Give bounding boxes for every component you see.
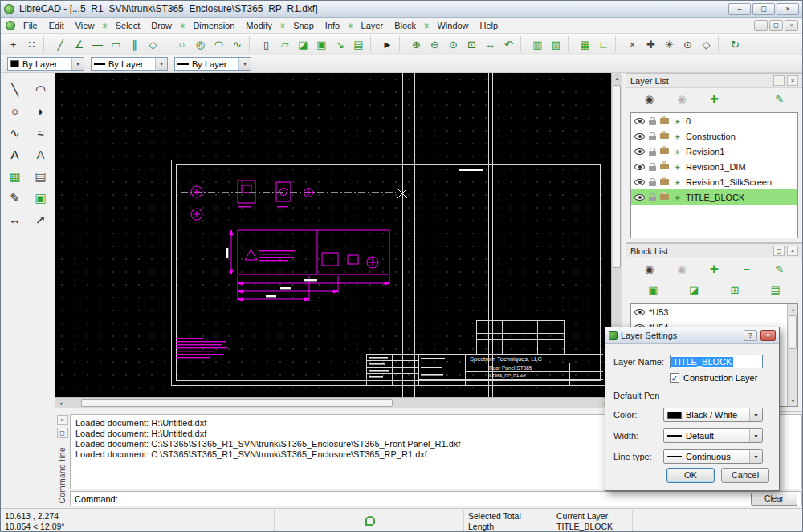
layer-print-icon[interactable] [660, 118, 669, 124]
pen-tool-icon[interactable]: ✎ [5, 188, 26, 208]
hatch-tool-icon[interactable]: ▦ [5, 166, 26, 186]
circle-tool-icon[interactable]: ○ [5, 101, 26, 121]
dim-linear-icon[interactable]: ↔ [5, 209, 26, 229]
chevron-down-icon[interactable] [238, 58, 251, 70]
chevron-down-icon[interactable] [155, 58, 167, 70]
layer-visible-icon[interactable] [634, 179, 645, 185]
layer-print-icon[interactable] [660, 148, 669, 154]
grid-toggle-icon[interactable]: ▦ [576, 35, 594, 53]
command-input[interactable] [123, 493, 746, 504]
close-panel-icon[interactable]: × [787, 75, 798, 86]
color-combobox[interactable]: Black / White [663, 408, 763, 422]
menu-item[interactable]: Dimension [187, 19, 240, 32]
menu-item[interactable]: Edit [43, 19, 70, 32]
zoom-auto-icon[interactable]: ⊙ [444, 35, 463, 53]
layer-row[interactable]: Revision1_DIM [631, 159, 797, 174]
pen-width-combobox[interactable]: By Layer [91, 57, 168, 71]
chevron-down-icon[interactable] [749, 450, 762, 463]
float-panel-icon[interactable]: ◻ [57, 428, 68, 438]
snap-free-icon[interactable]: × [623, 35, 642, 53]
ellipse-tool-icon[interactable]: ◗ [31, 101, 51, 121]
crosshair-icon[interactable]: + [4, 35, 22, 53]
new-document-icon[interactable]: ▯ [257, 35, 275, 53]
layer-construction-icon[interactable] [673, 147, 682, 156]
save-block-icon[interactable]: ◪ [684, 282, 703, 298]
zoom-out-icon[interactable]: ⊖ [426, 35, 444, 53]
mdi-minimize-button[interactable]: – [754, 20, 768, 31]
layer-visible-icon[interactable] [634, 118, 645, 124]
float-panel-icon[interactable]: ◻ [773, 246, 785, 256]
dialog-titlebar[interactable]: Layer Settings ? × [605, 327, 779, 344]
modify-layer-icon[interactable]: ✎ [770, 91, 789, 108]
snap-center-icon[interactable]: ⊙ [679, 35, 697, 53]
layer-construction-icon[interactable] [673, 162, 682, 172]
menu-item[interactable]: Draw [145, 19, 177, 32]
menu-item[interactable]: Modify [240, 19, 277, 32]
add-layer-icon[interactable]: ✚ [704, 91, 724, 108]
arc-tool-icon[interactable]: ◠ [31, 79, 51, 99]
circle-2p-icon[interactable]: ◎ [191, 35, 210, 53]
title-bar[interactable]: LibreCAD - [...5_R1_SVN\trunk\ST365_Encl… [1, 1, 802, 18]
cancel-button[interactable]: Cancel [721, 468, 769, 483]
image-tool-icon[interactable]: ▤ [31, 166, 51, 186]
layer-construction-icon[interactable] [673, 193, 682, 202]
spline-icon[interactable]: ∿ [228, 35, 247, 53]
block-tool-icon[interactable]: ▣ [31, 188, 51, 208]
open-file-icon[interactable]: ▱ [275, 35, 294, 53]
layer-print-icon[interactable] [660, 194, 669, 200]
layer-construction-icon[interactable] [673, 177, 682, 187]
select-arrow-icon[interactable]: ► [378, 35, 397, 53]
layer-visible-icon[interactable] [634, 148, 645, 155]
save-as-icon[interactable]: ▣ [312, 35, 331, 53]
pen-color-combobox[interactable]: By Layer [7, 57, 84, 71]
block-list-scrollbar[interactable] [787, 304, 797, 406]
polyline-tool-icon[interactable]: ≈ [31, 123, 51, 143]
layer-name-input[interactable]: TITLE_BLOCK [670, 355, 763, 368]
clear-button[interactable]: Clear [751, 493, 797, 506]
linetype-combobox[interactable]: Continuous [663, 449, 763, 464]
horizontal-scroll-thumb[interactable] [81, 399, 393, 407]
mdi-close-button[interactable]: × [785, 20, 798, 31]
layer-row[interactable]: Revision1 [631, 144, 797, 159]
line-horizontal-icon[interactable]: ― [88, 35, 107, 53]
tile-windows-icon[interactable]: ▥ [528, 35, 547, 53]
horizontal-scrollbar[interactable] [55, 397, 611, 408]
zoom-in-icon[interactable]: ⊕ [407, 35, 426, 53]
width-combobox[interactable]: Default [663, 428, 763, 443]
menu-item[interactable]: Help [475, 19, 504, 32]
arc-icon[interactable]: ◠ [210, 35, 228, 53]
line-tool-icon[interactable]: ╲ [5, 79, 26, 99]
parallel-line-icon[interactable]: ∥ [125, 35, 144, 53]
save-icon[interactable]: ◪ [294, 35, 312, 53]
layer-visible-icon[interactable] [634, 164, 645, 170]
close-button[interactable]: × [777, 3, 799, 15]
line-icon[interactable]: ╱ [51, 35, 70, 53]
layer-row[interactable]: Construction [631, 128, 797, 144]
block-scroll-thumb[interactable] [789, 315, 797, 349]
block-visible-icon[interactable] [634, 309, 645, 315]
dialog-close-button[interactable]: × [760, 330, 776, 341]
layer-lock-icon[interactable] [649, 197, 656, 201]
zoom-previous-icon[interactable]: ↶ [499, 35, 518, 53]
menu-item[interactable]: View [70, 19, 100, 32]
chevron-down-icon[interactable] [749, 408, 762, 421]
layer-list-titlebar[interactable]: Layer List ◻× [626, 74, 802, 88]
float-panel-icon[interactable]: ◻ [773, 75, 785, 86]
snap-endpoint-icon[interactable]: ✳ [660, 35, 679, 53]
remove-block-icon[interactable]: − [737, 261, 756, 278]
snap-intersection-icon[interactable]: ◇ [697, 35, 715, 53]
layer-print-icon[interactable] [660, 164, 669, 169]
rectangle-icon[interactable]: ▭ [107, 35, 125, 53]
scroll-up-icon[interactable] [788, 304, 798, 315]
remove-layer-icon[interactable]: − [737, 91, 756, 108]
circle-icon[interactable]: ○ [173, 35, 191, 53]
snap-grid-icon[interactable]: ✚ [642, 35, 660, 53]
block-row[interactable]: *U53 [631, 304, 797, 319]
ok-button[interactable]: OK [666, 468, 715, 483]
layer-row[interactable]: TITLE_BLOCK [631, 189, 797, 205]
mdi-restore-button[interactable]: ◻ [769, 20, 783, 31]
layer-lock-icon[interactable] [649, 166, 656, 171]
menu-item[interactable]: Snap [287, 19, 320, 32]
scroll-down-icon[interactable] [788, 396, 798, 406]
layer-row[interactable]: 0 [631, 113, 797, 128]
